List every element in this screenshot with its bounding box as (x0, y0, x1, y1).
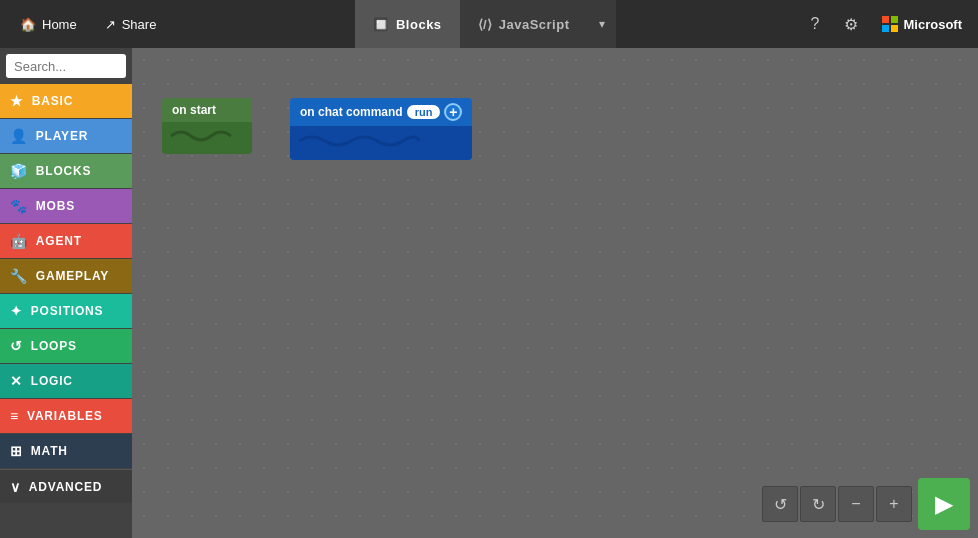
sidebar-item-logic[interactable]: ✕ LOGIC (0, 364, 132, 398)
canvas-toolbar: ↺ ↻ − + ▶ (762, 478, 970, 530)
add-icon: + (449, 104, 457, 120)
block-green-on-start: on start (162, 98, 252, 154)
settings-button[interactable]: ⚙ (836, 11, 866, 38)
agent-icon: 🤖 (10, 233, 28, 249)
sidebar-item-blocks-label: BLOCKS (36, 164, 91, 178)
basic-icon: ★ (10, 93, 24, 109)
sidebar-item-math-label: MATH (31, 444, 68, 458)
canvas-area[interactable]: on start on chat command run + (132, 48, 978, 538)
microsoft-label: Microsoft (904, 17, 963, 32)
block-on-chat-body (290, 126, 472, 160)
advanced-icon: ∨ (10, 479, 21, 495)
search-box[interactable]: 🔍 (6, 54, 126, 78)
run-icon: ▶ (935, 490, 953, 518)
sidebar-item-agent[interactable]: 🤖 AGENT (0, 224, 132, 258)
sidebar-item-mobs-label: MOBS (36, 199, 75, 213)
sidebar-item-mobs[interactable]: 🐾 MOBS (0, 189, 132, 223)
block-on-chat-command[interactable]: on chat command run + (290, 98, 472, 160)
player-icon: 👤 (10, 128, 28, 144)
topbar-left: 🏠 Home ↗ Share (8, 11, 168, 38)
sidebar-item-logic-label: LOGIC (31, 374, 73, 388)
gear-icon: ⚙ (844, 15, 858, 34)
topbar-right: ? ⚙ Microsoft (803, 11, 970, 38)
on-chat-connector (294, 130, 424, 152)
sidebar-item-gameplay[interactable]: 🔧 GAMEPLAY (0, 259, 132, 293)
js-tab-icon: ⟨/⟩ (478, 17, 493, 32)
tab-javascript[interactable]: ⟨/⟩ JavaScript (460, 0, 588, 48)
share-icon: ↗ (105, 17, 116, 32)
add-block-button[interactable]: + (444, 103, 462, 121)
sidebar-item-positions[interactable]: ✦ POSITIONS (0, 294, 132, 328)
sidebar-item-advanced[interactable]: ∨ ADVANCED (0, 469, 132, 503)
sidebar-item-math[interactable]: ⊞ MATH (0, 434, 132, 468)
tab-blocks-label: Blocks (396, 17, 442, 32)
topbar-center: 🔲 Blocks ⟨/⟩ JavaScript ▾ (172, 0, 798, 48)
sidebar: 🔍 ★ BASIC 👤 PLAYER 🧊 BLOCKS 🐾 MOBS 🤖 AGE… (0, 48, 132, 538)
math-icon: ⊞ (10, 443, 23, 459)
topbar: 🏠 Home ↗ Share 🔲 Blocks ⟨/⟩ JavaScript ▾… (0, 0, 978, 48)
home-icon: 🏠 (20, 17, 36, 32)
sidebar-item-advanced-label: ADVANCED (29, 480, 103, 494)
sidebar-item-blocks[interactable]: 🧊 BLOCKS (0, 154, 132, 188)
sidebar-item-variables[interactable]: ≡ VARIABLES (0, 399, 132, 433)
loops-icon: ↺ (10, 338, 23, 354)
redo-icon: ↻ (812, 495, 825, 514)
on-start-connector (166, 126, 236, 146)
mobs-icon: 🐾 (10, 198, 28, 214)
block-on-start-header: on start (162, 98, 252, 122)
positions-icon: ✦ (10, 303, 23, 319)
share-button[interactable]: ↗ Share (93, 11, 169, 38)
logic-icon: ✕ (10, 373, 23, 389)
main: 🔍 ★ BASIC 👤 PLAYER 🧊 BLOCKS 🐾 MOBS 🤖 AGE… (0, 48, 978, 538)
sidebar-item-basic-label: BASIC (32, 94, 73, 108)
help-icon: ? (811, 15, 820, 33)
home-button[interactable]: 🏠 Home (8, 11, 89, 38)
microsoft-logo: Microsoft (874, 12, 971, 36)
sidebar-item-basic[interactable]: ★ BASIC (0, 84, 132, 118)
on-start-label: on start (172, 103, 216, 117)
sidebar-item-gameplay-label: GAMEPLAY (36, 269, 109, 283)
sidebar-item-variables-label: VARIABLES (27, 409, 103, 423)
block-blue-on-chat: on chat command run + (290, 98, 472, 160)
sidebar-item-loops[interactable]: ↺ LOOPS (0, 329, 132, 363)
sidebar-items: ★ BASIC 👤 PLAYER 🧊 BLOCKS 🐾 MOBS 🤖 AGENT… (0, 84, 132, 538)
blocks-tab-icon: 🔲 (373, 17, 390, 32)
on-chat-command-label: on chat command (300, 105, 403, 119)
zoom-in-icon: + (889, 495, 898, 513)
sidebar-item-loops-label: LOOPS (31, 339, 77, 353)
gameplay-icon: 🔧 (10, 268, 28, 284)
zoom-out-icon: − (851, 495, 860, 513)
redo-button[interactable]: ↻ (800, 486, 836, 522)
tab-blocks[interactable]: 🔲 Blocks (355, 0, 459, 48)
sidebar-item-player[interactable]: 👤 PLAYER (0, 119, 132, 153)
undo-button[interactable]: ↺ (762, 486, 798, 522)
sidebar-item-agent-label: AGENT (36, 234, 82, 248)
block-on-start[interactable]: on start (162, 98, 252, 154)
variables-icon: ≡ (10, 408, 19, 424)
zoom-out-button[interactable]: − (838, 486, 874, 522)
block-on-chat-header: on chat command run + (290, 98, 472, 126)
blocks-icon: 🧊 (10, 163, 28, 179)
zoom-in-button[interactable]: + (876, 486, 912, 522)
help-button[interactable]: ? (803, 11, 828, 37)
undo-icon: ↺ (774, 495, 787, 514)
microsoft-grid-icon (882, 16, 898, 32)
run-badge: run (407, 105, 441, 119)
tab-dropdown-button[interactable]: ▾ (588, 0, 616, 48)
share-label: Share (122, 17, 157, 32)
tab-js-label: JavaScript (499, 17, 570, 32)
chevron-down-icon: ▾ (599, 17, 605, 31)
home-label: Home (42, 17, 77, 32)
sidebar-item-player-label: PLAYER (36, 129, 88, 143)
sidebar-item-positions-label: POSITIONS (31, 304, 104, 318)
run-button[interactable]: ▶ (918, 478, 970, 530)
block-on-start-body (162, 122, 252, 154)
